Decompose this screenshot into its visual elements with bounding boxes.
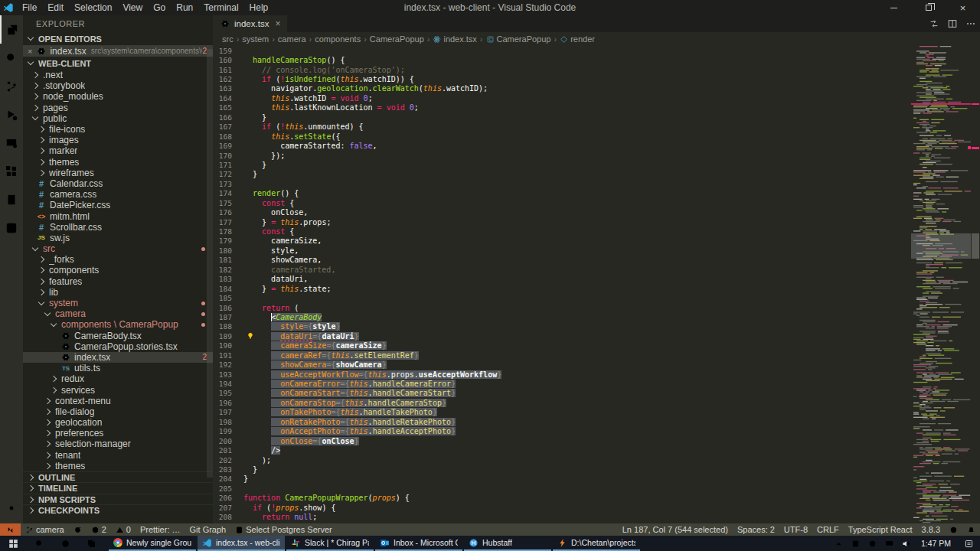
status-feedback[interactable] <box>945 523 962 536</box>
tree-item-tenant[interactable]: tenant <box>23 450 213 461</box>
tree-item-scrollbar-css[interactable]: #Scrollbar.css <box>23 222 213 233</box>
section-npm-scripts[interactable]: NPM SCRIPTS <box>23 494 213 505</box>
tree-item-file-dialog[interactable]: file-dialog <box>23 406 213 417</box>
tree-item-marker[interactable]: marker <box>23 145 213 156</box>
tree-item-datepicker-css[interactable]: #DatePicker.css <box>23 200 213 210</box>
status-git-graph[interactable]: Git Graph <box>185 523 231 536</box>
open-editors-header[interactable]: OPEN EDITORS <box>23 32 213 45</box>
breadcrumb-camera[interactable]: camera <box>278 34 306 44</box>
status-ts-version[interactable]: 3.8.3 <box>917 523 945 536</box>
tab-index-tsx[interactable]: index.tsx × <box>213 15 287 32</box>
tree-item-utils-ts[interactable]: TSutils.ts <box>23 363 213 373</box>
taskbar-app-terminal[interactable]: D:\Chetan\projects\r... <box>553 536 640 551</box>
split-editor-icon[interactable] <box>943 15 962 32</box>
tree-item-selection-manager[interactable]: selection-manager <box>23 439 213 449</box>
tree-item-calendar-css[interactable]: #Calendar.css <box>23 178 213 189</box>
tray-square-icon[interactable] <box>848 539 864 549</box>
start-icon[interactable] <box>0 536 26 551</box>
breadcrumb-src[interactable]: src <box>222 34 234 44</box>
minimap[interactable] <box>911 46 971 523</box>
tree-item-system[interactable]: system <box>23 298 213 308</box>
taskbar-app-slack[interactable]: Slack | * Chirag Parm... <box>286 536 374 551</box>
tree-item-context-menu[interactable]: context-menu <box>23 396 213 406</box>
status-indentation[interactable]: Spaces: 2 <box>733 523 779 536</box>
activity-postgres-explorer[interactable] <box>0 214 23 242</box>
breadcrumb-system[interactable]: system <box>242 34 269 44</box>
tree-item-camerapopup-stories-tsx[interactable]: CameraPopup.stories.tsx <box>23 341 213 352</box>
taskbar-search-icon[interactable] <box>26 536 52 551</box>
breadcrumb-components[interactable]: components <box>315 34 361 44</box>
minimize-icon[interactable] <box>877 0 911 15</box>
tree-item-geolocation[interactable]: geolocation <box>23 417 213 428</box>
breadcrumb-render[interactable]: render <box>560 34 595 44</box>
menu-run[interactable]: Run <box>171 0 198 15</box>
status-warnings[interactable]: 0 <box>111 523 136 536</box>
status-sync[interactable] <box>69 523 87 536</box>
tree-item-pages[interactable]: pages <box>23 103 213 113</box>
activity-extensions[interactable] <box>0 157 23 185</box>
tree-item-sw-js[interactable]: JSsw.js <box>23 233 213 243</box>
project-root-header[interactable]: WEB-CLIENT <box>23 57 213 70</box>
tree-item-camerabody-tsx[interactable]: CameraBody.tsx <box>23 331 213 341</box>
activity-source-control[interactable] <box>0 72 23 100</box>
tree-item-index-tsx[interactable]: index.tsx 2 <box>23 352 213 363</box>
tree-item--storybook[interactable]: .storybook <box>23 80 213 91</box>
taskbar-app-outlook[interactable]: Inbox - Microsoft Out... <box>375 536 462 551</box>
chevron-up-icon[interactable] <box>831 539 848 549</box>
breadcrumb-camerapopup[interactable]: CameraPopup <box>486 34 551 44</box>
activity-remote-explorer[interactable] <box>0 129 23 157</box>
restore-icon[interactable] <box>911 0 946 15</box>
tree-item-themes[interactable]: themes <box>23 157 213 168</box>
status-prettier[interactable]: Prettier: … <box>136 523 185 536</box>
activity-explorer[interactable] <box>0 15 23 44</box>
tab-close-icon[interactable]: × <box>275 18 280 29</box>
volume-icon[interactable] <box>898 539 915 549</box>
tree-item-components[interactable]: components <box>23 265 213 276</box>
section-checkpoints[interactable]: CHECKPOINTS <box>23 504 213 516</box>
tree-item-features[interactable]: features <box>23 276 213 287</box>
status-notifications[interactable] <box>962 523 980 536</box>
menu-selection[interactable]: Selection <box>69 0 117 15</box>
tree-item-redux[interactable]: redux <box>23 373 213 384</box>
status-cursor-position[interactable]: Ln 187, Col 7 (544 selected) <box>618 523 733 536</box>
activity-run-debug[interactable] <box>0 100 23 129</box>
status-remote-indicator[interactable] <box>0 523 21 536</box>
close-icon[interactable]: × <box>946 0 980 15</box>
tree-item-themes[interactable]: themes <box>23 461 213 471</box>
tree-item-file-icons[interactable]: file-icons <box>23 124 213 135</box>
status-eol[interactable]: CRLF <box>812 523 844 536</box>
section-timeline[interactable]: TIMELINE <box>23 482 213 494</box>
tree-item-mitm-html[interactable]: <>mitm.html <box>23 210 213 221</box>
tree-item-public[interactable]: public <box>23 113 213 124</box>
activity-settings[interactable] <box>0 494 23 522</box>
status-language-mode[interactable]: TypeScript React <box>844 523 917 536</box>
overview-ruler[interactable] <box>971 46 980 523</box>
status-encoding[interactable]: UTF-8 <box>779 523 812 536</box>
tree-item-camera[interactable]: camera <box>23 308 213 319</box>
activity-search[interactable] <box>0 44 23 72</box>
status-postgres-server[interactable]: Select Postgres Server <box>230 523 337 536</box>
tree-item--forks[interactable]: _forks <box>23 254 213 265</box>
menu-edit[interactable]: Edit <box>42 0 69 15</box>
tree-item-src[interactable]: src <box>23 243 213 254</box>
tree-item-lib[interactable]: lib <box>23 287 213 298</box>
open-editor-item[interactable]: × index.tsx src\system\camera\components… <box>23 45 213 57</box>
menu-go[interactable]: Go <box>148 0 171 15</box>
cortana-icon[interactable] <box>52 536 78 551</box>
action-center-icon[interactable] <box>957 539 980 549</box>
taskbar-app-chrome[interactable]: Newly single Group | ... <box>109 536 196 551</box>
tree-item-services[interactable]: services <box>23 384 213 395</box>
task-view-icon[interactable] <box>78 536 104 551</box>
tree-item-preferences[interactable]: preferences <box>23 428 213 439</box>
lightbulb-icon[interactable] <box>247 332 254 340</box>
tree-item-camera-css[interactable]: #camera.css <box>23 189 213 200</box>
tree-item-components-camerapopup[interactable]: components \ CameraPopup <box>23 319 213 330</box>
section-outline[interactable]: OUTLINE <box>23 471 213 483</box>
tree-item-node-modules[interactable]: node_modules <box>23 91 213 102</box>
tray-circle-icon[interactable] <box>864 539 881 549</box>
tree-item--next[interactable]: .next <box>23 70 213 80</box>
activity-notebook[interactable] <box>0 185 23 214</box>
network-icon[interactable] <box>881 539 898 549</box>
taskbar-clock[interactable]: 1:47 PM <box>915 539 957 548</box>
menu-terminal[interactable]: Terminal <box>198 0 243 15</box>
